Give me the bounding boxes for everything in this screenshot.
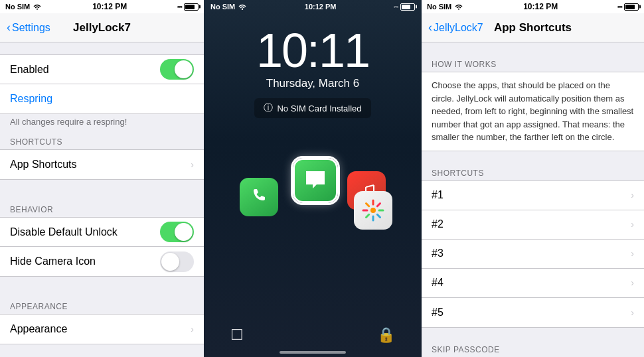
toggle-knob-enabled: [175, 60, 193, 78]
hide-camera-label: Hide Camera Icon: [10, 255, 96, 267]
behavior-header: BEHAVIOR: [0, 200, 204, 217]
nav-container-p1: ‹ Settings JellyLock7: [7, 21, 197, 35]
messages-svg: [303, 169, 327, 192]
spacer-behavior: [0, 180, 204, 200]
carrier-p3: No SIM: [427, 3, 451, 11]
appearance-header: APPEARANCE: [0, 297, 204, 314]
app-icon-messages[interactable]: [293, 158, 338, 203]
svg-point-0: [37, 9, 38, 10]
group-behavior: Disable Default Unlock Hide Camera Icon: [0, 217, 204, 277]
status-left-p3: No SIM: [427, 3, 463, 11]
back-chevron-p3: ‹: [428, 21, 432, 35]
battery-fill-p3: [625, 5, 635, 9]
group-appearance: Appearance ›: [0, 314, 204, 344]
shortcut-row-3[interactable]: #3 ›: [422, 240, 644, 269]
chevron-2: ›: [631, 219, 634, 230]
chevron-3: ›: [631, 248, 634, 259]
time-p3: 10:12 PM: [523, 2, 558, 11]
svg-line-9: [366, 214, 369, 217]
shortcut-label-2: #2: [432, 218, 443, 230]
chevron-1: ›: [631, 190, 634, 200]
shortcuts-header-p3: SHORTCUTS: [422, 163, 644, 180]
battery-icon-p3: [624, 3, 639, 11]
battery-fill-p2: [402, 5, 410, 9]
how-it-works-header: HOW IT WORKS: [422, 54, 644, 72]
nav-back-p1[interactable]: ‹ Settings: [7, 21, 50, 35]
nav-back-p3[interactable]: ‹ JellyLock7: [428, 21, 483, 35]
back-chevron-p1: ‹: [7, 21, 11, 35]
phone-svg: [248, 186, 270, 208]
svg-line-7: [366, 204, 369, 206]
panel-app-shortcuts: No SIM 10:12 PM ⎓ ‹ JellyLock7 App Short…: [422, 0, 644, 357]
status-right-p3: ⎓: [617, 2, 639, 11]
shortcut-row-5[interactable]: #5 ›: [422, 298, 644, 327]
shortcut-row-4[interactable]: #4 ›: [422, 269, 644, 298]
settings-content-p3: HOW IT WORKS Choose the apps, that shoul…: [422, 42, 644, 357]
spacer-appearance: [0, 277, 204, 297]
group-enabled: Enabled Respring: [0, 54, 204, 114]
camera-btn[interactable]: ☐: [230, 326, 244, 344]
no-sim-icon: ⓘ: [264, 102, 273, 114]
svg-point-1: [242, 9, 243, 10]
nav-container-p3: ‹ JellyLock7 App Shortcuts: [428, 21, 637, 35]
toggle-enabled[interactable]: [160, 59, 194, 80]
panel-lockscreen: No SIM 10:12 PM ⎓ 10:11 Thursday, March …: [204, 0, 422, 357]
shortcuts-group: #1 › #2 › #3 › #4 › #5 ›: [422, 180, 644, 328]
bluetooth-icon-p3: ⎓: [617, 2, 622, 11]
wifi-icon-p1: [33, 3, 42, 10]
status-bar-p1: No SIM 10:12 PM ⎓: [0, 0, 204, 13]
no-sim-banner: ⓘ No SIM Card Installed: [254, 98, 370, 118]
skip-passcode-header: SKIP PASSCODE: [422, 340, 644, 357]
settings-content-p1: Enabled Respring All changes require a r…: [0, 42, 204, 357]
lock-time: 10:11: [256, 27, 369, 74]
no-sim-text: No SIM Card Installed: [277, 104, 361, 113]
svg-line-8: [377, 214, 380, 217]
row-appearance[interactable]: Appearance ›: [0, 315, 204, 344]
chevron-app-shortcuts: ›: [191, 159, 194, 170]
shortcut-label-4: #4: [432, 277, 443, 289]
status-left-p1: No SIM: [5, 3, 42, 11]
battery-icon-p2: [400, 3, 415, 11]
svg-point-11: [458, 9, 459, 10]
app-shortcuts-label: App Shortcuts: [10, 159, 77, 171]
respring-label: Respring: [10, 93, 52, 105]
nav-title-p3: App Shortcuts: [494, 21, 572, 35]
shortcut-row-2[interactable]: #2 ›: [422, 210, 644, 240]
status-right-p2: ⎓: [394, 2, 415, 11]
battery-fill-p1: [185, 5, 195, 9]
app-icon-photos[interactable]: [354, 191, 392, 230]
spacer-shortcuts: [422, 151, 644, 163]
row-respring[interactable]: Respring: [0, 84, 204, 113]
status-bar-p3: No SIM 10:12 PM ⎓: [422, 0, 644, 13]
row-app-shortcuts[interactable]: App Shortcuts ›: [0, 150, 204, 179]
battery-icon-p1: [184, 3, 199, 11]
app-icon-phone[interactable]: [240, 178, 278, 216]
status-right-p1: ⎓: [177, 2, 199, 11]
app-circle: [233, 138, 392, 244]
spacer-how: [422, 42, 644, 54]
shortcut-label-1: #1: [432, 189, 443, 201]
unlock-btn[interactable]: 🔒: [377, 326, 395, 344]
photos-svg: [361, 198, 386, 223]
home-indicator: [280, 351, 346, 354]
chevron-5: ›: [631, 307, 634, 318]
time-p1: 10:12 PM: [92, 2, 127, 11]
status-left-p2: No SIM: [210, 3, 247, 11]
spacer-skip: [422, 328, 644, 340]
spacer-top: [0, 42, 204, 54]
shortcut-label-5: #5: [432, 307, 443, 319]
nav-bar-p3: ‹ JellyLock7 App Shortcuts: [422, 13, 644, 42]
enabled-label: Enabled: [10, 64, 49, 76]
respring-note: All changes require a respring!: [0, 114, 204, 132]
toggle-hide-camera[interactable]: [160, 251, 194, 272]
svg-line-10: [377, 204, 380, 206]
wifi-icon-p2: [238, 3, 247, 10]
toggle-disable-unlock[interactable]: [160, 222, 194, 242]
bluetooth-icon-p2: ⎓: [394, 2, 398, 11]
panel-settings: No SIM 10:12 PM ⎓ ‹ Settings JellyLock7: [0, 0, 204, 357]
back-label-p1: Settings: [12, 22, 50, 34]
appearance-label: Appearance: [10, 323, 67, 335]
time-p2: 10:12 PM: [305, 3, 337, 11]
shortcut-row-1[interactable]: #1 ›: [422, 181, 644, 210]
lock-date: Thursday, March 6: [266, 77, 359, 90]
